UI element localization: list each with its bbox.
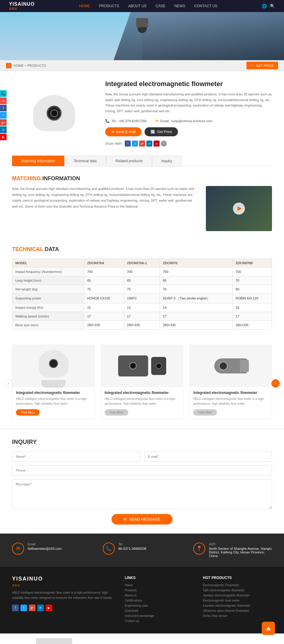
tab-inquiry[interactable]: Inquiry — [152, 156, 182, 166]
carousel-next-button[interactable]: › — [271, 379, 280, 388]
footer-hot-7[interactable]: Vortex flow sensor — [203, 614, 272, 618]
tel-icon: 📞 — [105, 119, 110, 123]
nav-case[interactable]: CASE — [156, 4, 166, 8]
scroll-to-top-button[interactable] — [262, 622, 275, 633]
play-triangle-icon — [237, 206, 242, 211]
footer-link-about[interactable]: About us — [125, 594, 194, 597]
footer-hot-6[interactable]: Ultrasonic open channel flowmeter — [203, 609, 272, 612]
send-icon: ✉ — [111, 130, 114, 134]
cart-icon: 🛒 — [251, 63, 255, 67]
product-description: Now, the Group pursues high standard man… — [105, 91, 272, 114]
view-more-3[interactable]: View More — [193, 409, 217, 416]
header: YISAINUO 易赛诺 HOME PRODUCTS ABOUT US CASE… — [0, 0, 284, 12]
footer-links-col: LINKS Home Products About us Certificati… — [125, 576, 194, 624]
name-input[interactable] — [12, 451, 140, 462]
table-cell-value: 80 — [233, 285, 272, 293]
inquiry-form-name-email — [12, 451, 272, 462]
nav-home[interactable]: HOME — [79, 4, 90, 8]
globe-icon[interactable]: 🌐 — [262, 4, 267, 8]
footer-link-instrument[interactable]: Instrument knowledge — [125, 614, 194, 618]
tab-related[interactable]: Related products — [106, 156, 152, 166]
product-get-price-button[interactable]: 🔄 Get Price — [145, 127, 178, 136]
message-textarea[interactable] — [12, 479, 272, 509]
share-facebook[interactable]: f — [125, 141, 131, 147]
card-cam-mount-3 — [240, 360, 249, 372]
share-linkedin[interactable]: in — [146, 141, 152, 147]
card-cam-lens-2 — [129, 362, 137, 370]
technical-section: TECHNICAL DATA MODEL ZDCR870A ZDCR870A-1… — [0, 240, 284, 339]
th-col3: ZDCR870 — [160, 259, 232, 267]
tab-technical[interactable]: Technical data — [64, 156, 106, 166]
product-card-1: Integrated electromagnetic flowmeter HBL… — [12, 345, 95, 420]
phone-input[interactable] — [12, 465, 272, 475]
footer-hot-products-col: HOT PRODUCTS Electromagnetic Flowmeter S… — [203, 576, 272, 624]
table-row: Impact frequency (Number/min)70070070070… — [12, 267, 272, 276]
footer-link-certifications[interactable]: Certifications — [125, 599, 194, 602]
table-cell-value: 280×335 — [84, 320, 124, 329]
footer-link-download[interactable]: Download — [125, 609, 194, 612]
footer-social-twitter[interactable]: t — [20, 605, 27, 611]
share-more[interactable]: + — [161, 141, 167, 147]
table-cell-value: 700 — [124, 267, 160, 276]
footer-brand-desc: HBLD intelligent electromagnetic flow me… — [12, 590, 116, 600]
footer-link-contact[interactable]: Contact us — [125, 619, 194, 623]
social-email[interactable]: ✉ — [0, 98, 7, 104]
footer-social-linkedin[interactable]: in — [37, 605, 44, 611]
send-email-button[interactable]: ✉ Send E-mail — [105, 127, 142, 136]
send-message-button[interactable]: ✉ SEND MESSAGE — [111, 514, 173, 525]
footer-social-youtube[interactable]: ▶ — [46, 605, 52, 611]
carousel-prev-button[interactable]: ‹ — [4, 379, 13, 388]
table-cell-value: 15 — [124, 303, 160, 312]
footer-social-googleplus[interactable]: g+ — [29, 605, 35, 611]
footer-hot-4[interactable]: Electromagnetic heat meter — [203, 599, 272, 602]
social-youtube[interactable]: ▶ — [0, 134, 7, 140]
product-card-desc-3: HBLD intelligent electromagnetic flow me… — [193, 397, 268, 406]
view-more-2[interactable]: View More — [105, 409, 128, 416]
related-grid: Integrated electromagnetic flowmeter HBL… — [12, 345, 272, 420]
share-googleplus[interactable]: g+ — [139, 141, 145, 147]
footer-hot-2[interactable]: Split electromagnetic flowmeter — [203, 589, 272, 592]
footer-social-icons: f t g+ in ▶ — [12, 605, 116, 611]
table-cell-value: 280×335 — [160, 320, 232, 329]
matching-section: MATCHING INFORMATION Now, the Group purs… — [0, 166, 284, 240]
table-cell-value: 15 — [84, 303, 124, 312]
main-nav: HOME PRODUCTS ABOUT US CASE NEWS CONTACT… — [79, 4, 217, 8]
get-price-button[interactable]: 🛒 GET PRICE — [246, 62, 278, 69]
footer-hot-5[interactable]: Insertion electromagnetic flowmeter — [203, 604, 272, 607]
home-icon[interactable]: ⌂ — [6, 63, 11, 68]
social-twitter[interactable]: t — [0, 112, 7, 119]
table-row: Net weight (kg)75757080 — [12, 285, 272, 293]
table-cell-value: 700 — [233, 267, 272, 276]
social-googleplus[interactable]: g+ — [0, 119, 7, 126]
footer-link-products[interactable]: Products — [125, 589, 194, 592]
table-cell-value: 70 — [233, 276, 272, 285]
table-cell-value: 70 — [160, 285, 232, 293]
tabs: Matching Information Technical data Rela… — [12, 156, 272, 166]
footer-hot-1[interactable]: Electromagnetic Flowmeter — [203, 584, 272, 587]
product-card-body-2: Integrated electromagnetic flowmeter HBL… — [101, 387, 183, 419]
nav-contact[interactable]: CONTACT US — [194, 4, 217, 8]
footer-email-contact: ✉ Email: hbflowmeter@163.com — [12, 543, 91, 558]
product-card-3: Integrated electromagnetic flowmeter HBL… — [189, 345, 272, 420]
footer-address-icon: 📍 — [193, 543, 205, 555]
social-facebook[interactable]: f — [0, 105, 7, 111]
footer-social-facebook[interactable]: f — [12, 605, 19, 611]
email-input[interactable] — [144, 451, 272, 462]
share-pinterest[interactable]: p — [154, 141, 160, 147]
table-cell-value: 14 — [160, 303, 232, 312]
tab-matching[interactable]: Matching Information — [12, 156, 64, 166]
share-twitter[interactable]: t — [132, 141, 138, 147]
footer-link-home[interactable]: Home — [125, 584, 194, 587]
view-more-1[interactable]: View More — [16, 409, 40, 416]
nav-about[interactable]: ABOUT US — [128, 4, 146, 8]
footer-link-engineering[interactable]: Engineering case — [125, 604, 194, 607]
footer-top: ✉ Email: hbflowmeter@163.com 📞 Tel: 86-0… — [0, 534, 284, 567]
social-linkedin[interactable]: in — [0, 126, 7, 133]
nav-news[interactable]: NEWS — [174, 4, 185, 8]
social-phone[interactable]: 📞 — [0, 90, 7, 97]
footer-hot-3[interactable]: Sanitary electromagnetic flowmeter — [203, 594, 272, 597]
table-cell-label: Leep height (mm) — [12, 276, 84, 285]
search-icon[interactable]: 🔍 — [270, 4, 275, 8]
play-button[interactable] — [233, 203, 245, 215]
nav-products[interactable]: PRODUCTS — [99, 4, 119, 8]
